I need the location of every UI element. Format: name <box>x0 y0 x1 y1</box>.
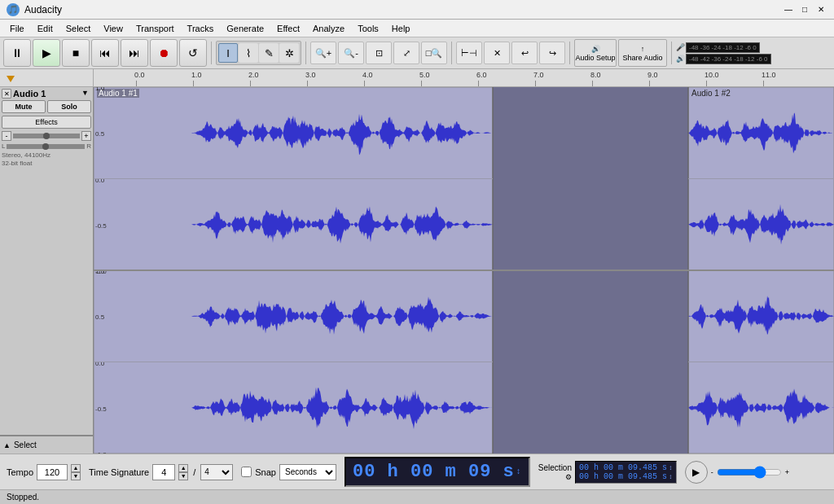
gain-plus-button[interactable]: + <box>81 131 91 141</box>
share-audio-button[interactable]: ↑ Share Audio <box>618 39 667 67</box>
draw-tool-button[interactable]: ✎ <box>259 43 279 63</box>
minimize-button[interactable]: — <box>782 3 795 16</box>
zoom-fit-width-button[interactable]: ⤢ <box>393 42 419 64</box>
tempo-input[interactable] <box>37 464 68 480</box>
separator2 <box>305 42 306 64</box>
timesig-denominator-select[interactable]: 4816 <box>200 464 233 480</box>
menu-help[interactable]: Help <box>385 22 417 35</box>
share-audio-label: Share Audio <box>622 54 662 62</box>
ruler-tick <box>307 81 308 86</box>
audio-setup-button[interactable]: 🔊 Audio Setup <box>574 39 617 67</box>
timesig-section: Time Signature ▲ ▼ / 4816 <box>89 464 233 480</box>
track-menu-button[interactable]: ▼ <box>81 89 91 99</box>
effects-button[interactable]: Effects <box>2 116 91 129</box>
track-close-button[interactable]: ✕ <box>2 89 11 99</box>
waveform-area[interactable]: Audio 1 #1 Audio 1 #2 <box>94 87 834 454</box>
sel-end-arrow[interactable]: ↕ <box>669 473 673 480</box>
zoom-out-button[interactable]: 🔍- <box>338 42 364 64</box>
share-audio-icon: ↑ <box>641 45 645 53</box>
menu-transport[interactable]: Transport <box>129 22 181 35</box>
menu-select[interactable]: Select <box>59 22 98 35</box>
ruler-tick <box>763 81 764 86</box>
track-panel: ✕ Audio 1 ▼ Mute Solo Effects - + L <box>0 87 94 454</box>
app-icon: 🎵 <box>7 3 20 16</box>
menu-tracks[interactable]: Tracks <box>181 22 221 35</box>
track-controls: ✕ Audio 1 ▼ Mute Solo Effects - + L <box>0 87 93 436</box>
ruler-label: 6.0 <box>476 71 487 79</box>
pause-button[interactable]: ⏸ <box>3 39 31 67</box>
ruler-tick <box>706 81 707 86</box>
selection-info-icon[interactable]: ⚙ <box>565 473 572 481</box>
solo-button[interactable]: Solo <box>47 100 91 113</box>
menu-file[interactable]: File <box>3 22 31 35</box>
undo-button[interactable]: ↩ <box>511 42 538 64</box>
envelope-tool-button[interactable]: ⌇ <box>239 43 258 63</box>
skip-back-button[interactable]: ⏮ <box>91 39 119 67</box>
menu-analyze[interactable]: Analyze <box>306 22 351 35</box>
zoom-sel-button[interactable]: □🔍 <box>421 42 447 64</box>
sel-end-value: 00 h 00 m 09.485 s <box>579 472 667 481</box>
trim-button[interactable]: ⊢⊣ <box>456 42 482 64</box>
ruler-right: 0.01.02.03.04.05.06.07.08.09.010.011.0 <box>94 69 834 86</box>
gain-minus-button[interactable]: - <box>2 131 11 141</box>
snap-unit-select[interactable]: Seconds Milliseconds Beats <box>279 464 336 480</box>
timesig-sep: / <box>191 467 197 477</box>
timesig-label: Time Signature <box>89 467 149 477</box>
select-button-row: ▲ Select <box>0 436 93 454</box>
time-display-value: 00 h 00 m 09 s <box>353 462 515 482</box>
multi-tool-button[interactable]: ✲ <box>279 43 299 63</box>
vu-scale-output: -48 -42 -36 -24 -18 -12 -6 0 <box>686 54 771 64</box>
track-info: Stereo, 44100Hz 32-bit float <box>2 151 91 169</box>
zoom-fit-project-button[interactable]: ⊡ <box>366 42 392 64</box>
drop-down-arrow-icon[interactable] <box>3 71 18 85</box>
sel-start-arrow[interactable]: ↕ <box>669 464 673 471</box>
timesig-numerator-input[interactable] <box>152 464 175 480</box>
volume-slider[interactable] <box>717 466 782 479</box>
mute-button[interactable]: Mute <box>2 100 46 113</box>
status-text: Stopped. <box>7 493 39 502</box>
snap-checkbox[interactable] <box>241 467 252 477</box>
ruler-tick <box>193 81 194 86</box>
menu-tools[interactable]: Tools <box>351 22 385 35</box>
gain-slider[interactable] <box>13 134 80 138</box>
ruler-label: 3.0 <box>305 71 316 79</box>
menu-edit[interactable]: Edit <box>31 22 59 35</box>
maximize-button[interactable]: □ <box>798 3 811 16</box>
close-button[interactable]: ✕ <box>814 3 827 16</box>
audio-setup-label: Audio Setup <box>575 54 615 62</box>
record-button[interactable]: ⏺ <box>150 39 178 67</box>
skip-fwd-button[interactable]: ⏭ <box>121 39 148 67</box>
timesig-num-down-button[interactable]: ▼ <box>178 472 188 480</box>
track-name-row: ✕ Audio 1 ▼ <box>2 89 91 99</box>
main-content: ✕ Audio 1 ▼ Mute Solo Effects - + L <box>0 87 834 454</box>
ruler-label: 1.0 <box>191 71 202 79</box>
track-pan-row: L R <box>2 142 91 150</box>
menu-generate[interactable]: Generate <box>220 22 270 35</box>
time-display-arrow[interactable]: ↕ <box>516 467 522 476</box>
stop-button[interactable]: ■ <box>62 39 90 67</box>
ruler-area: 0.01.02.03.04.05.06.07.08.09.010.011.0 <box>0 69 834 87</box>
menu-effect[interactable]: Effect <box>270 22 306 35</box>
redo-button[interactable]: ↪ <box>539 42 565 64</box>
select-label: ▲ <box>3 441 11 449</box>
tempo-up-button[interactable]: ▲ <box>71 464 81 472</box>
timesig-num-spin: ▲ ▼ <box>178 464 188 480</box>
tempo-section: Tempo ▲ ▼ <box>7 464 81 480</box>
timesig-num-up-button[interactable]: ▲ <box>178 464 188 472</box>
separator3 <box>451 42 452 64</box>
select-button[interactable]: Select <box>14 440 37 449</box>
tempo-label: Tempo <box>7 467 33 477</box>
play-button[interactable]: ▶ <box>33 39 60 67</box>
silence-button[interactable]: ✕ <box>484 42 510 64</box>
menu-view[interactable]: View <box>97 22 129 35</box>
play-bottom-button[interactable]: ▶ <box>685 461 708 484</box>
tempo-down-button[interactable]: ▼ <box>71 472 81 480</box>
app-title: Audacity <box>24 4 782 15</box>
separator <box>211 42 212 64</box>
sel-start-value: 00 h 00 m 09.485 s <box>579 463 667 472</box>
loop-button[interactable]: ↺ <box>179 39 207 67</box>
select-tool-button[interactable]: I <box>218 43 238 63</box>
pan-slider[interactable] <box>7 144 85 149</box>
zoom-in-button[interactable]: 🔍+ <box>310 42 336 64</box>
vu-meter-input: 🎤 -48 -36 -24 -18 -12 -6 0 🔊 -48 -42 -36… <box>676 42 771 64</box>
